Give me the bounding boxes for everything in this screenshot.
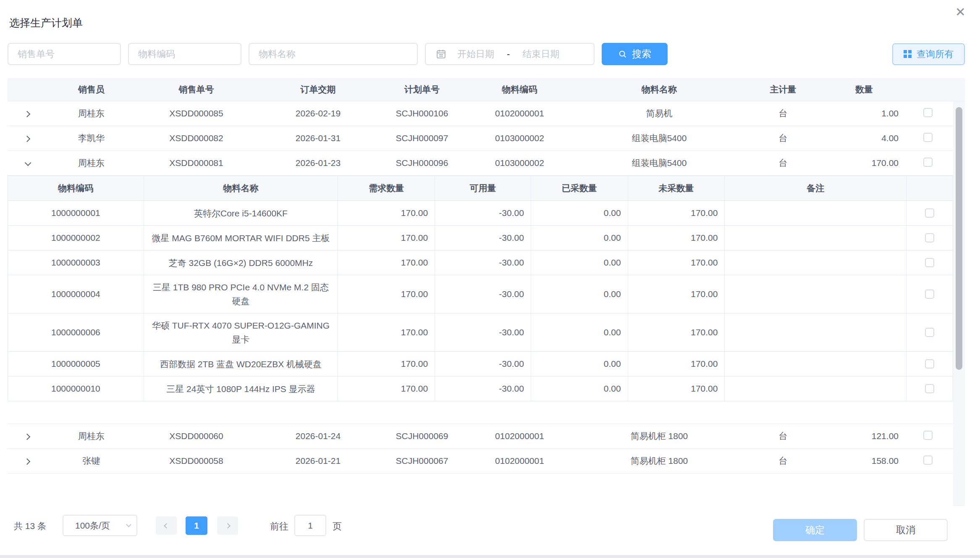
cell-material-name: 简易机 [575, 108, 743, 119]
sales-order-input[interactable] [8, 43, 121, 65]
cell-checkbox [903, 133, 953, 144]
column-header-qty: 数量 [823, 84, 903, 95]
sub-cell-available-qty: -30.00 [435, 201, 531, 225]
row-checkbox[interactable] [923, 455, 933, 465]
sub-cell-purchased-qty: 0.00 [531, 250, 628, 275]
horizontal-scrollbar-track[interactable] [0, 555, 980, 558]
cell-unit: 台 [743, 108, 823, 119]
sub-cell-checkbox [907, 201, 953, 225]
prev-page-button[interactable] [156, 516, 177, 535]
sub-row-checkbox[interactable] [925, 328, 934, 337]
expand-icon[interactable] [24, 458, 30, 465]
material-name-input[interactable] [249, 43, 418, 65]
vertical-scrollbar-track[interactable] [953, 101, 965, 506]
sub-cell-material-name: 三星 1TB 980 PRO PCIe 4.0 NVMe M.2 固态硬盘 [144, 275, 338, 313]
cell-material-code: 0102000001 [464, 108, 575, 118]
cell-unit: 台 [743, 430, 823, 442]
sub-row-checkbox[interactable] [925, 258, 934, 267]
cell-plan-no: SCJH000106 [380, 108, 464, 118]
sub-row-checkbox[interactable] [925, 290, 934, 299]
table-row[interactable]: 周桂东XSDD0000602026-01-24SCJH0000690102000… [8, 424, 953, 449]
page-number-button[interactable]: 1 [186, 516, 207, 535]
sub-cell-unpurchased-qty: 170.00 [628, 275, 725, 313]
sub-row-checkbox[interactable] [925, 359, 934, 368]
expand-icon[interactable] [24, 111, 30, 118]
chevron-right-icon [225, 523, 231, 529]
sub-cell-remark [725, 352, 907, 376]
row-checkbox[interactable] [923, 133, 933, 142]
cell-unit: 台 [743, 157, 823, 169]
sub-row-checkbox[interactable] [925, 384, 934, 393]
cell-salesperson: 周桂东 [46, 157, 136, 169]
cell-material-name: 组装电脑5400 [575, 157, 743, 169]
chevron-down-icon [126, 522, 131, 527]
sub-cell-checkbox [907, 275, 953, 313]
vertical-scrollbar-thumb[interactable] [956, 107, 962, 370]
sub-table-row[interactable]: 1000000006华硕 TUF-RTX 4070 SUPER-O12G-GAM… [8, 313, 953, 352]
table-row[interactable]: 张键XSDD0000582026-01-21SCJH00006701020000… [8, 449, 953, 474]
column-header-delivery-date: 订单交期 [256, 84, 380, 95]
cell-material-name: 简易机柜 1800 [575, 455, 743, 467]
expand-icon[interactable] [24, 136, 30, 142]
sub-cell-required-qty: 170.00 [338, 250, 435, 275]
cell-unit: 台 [743, 132, 823, 144]
cell-sales-order: XSDD000060 [136, 431, 256, 441]
table-row[interactable]: 周桂东XSDD0000852026-02-19SCJH0001060102000… [8, 101, 953, 126]
cell-sales-order: XSDD000081 [136, 158, 256, 168]
search-icon [618, 50, 627, 59]
row-checkbox[interactable] [923, 158, 933, 167]
sub-table-row[interactable]: 1000000010三星 24英寸 1080P 144Hz IPS 显示器170… [8, 376, 953, 401]
cell-delivery-date: 2026-02-19 [256, 108, 380, 118]
row-checkbox[interactable] [923, 431, 933, 440]
goto-suffix: 页 [333, 520, 342, 533]
sub-cell-material-name: 西部数据 2TB 蓝盘 WD20EZBX 机械硬盘 [144, 352, 338, 376]
query-all-button[interactable]: 查询所有 [892, 43, 965, 65]
expand-cell [8, 108, 46, 118]
sub-row-checkbox[interactable] [925, 208, 934, 218]
sub-row-checkbox[interactable] [925, 233, 934, 242]
sub-cell-material-code: 1000000002 [8, 226, 144, 250]
sub-column-header-remark: 备注 [725, 176, 907, 200]
confirm-button[interactable]: 确定 [773, 519, 857, 541]
sub-table-row[interactable]: 1000000001英特尔Core i5-14600KF170.00-30.00… [8, 201, 953, 226]
expanded-materials-table: 物料编码物料名称需求数量可用量已采数量未采数量备注1000000001英特尔Co… [8, 176, 953, 401]
sub-cell-purchased-qty: 0.00 [531, 226, 628, 250]
sub-cell-purchased-qty: 0.00 [531, 275, 628, 313]
sub-table-row[interactable]: 1000000005西部数据 2TB 蓝盘 WD20EZBX 机械硬盘170.0… [8, 352, 953, 376]
sub-cell-purchased-qty: 0.00 [531, 313, 628, 351]
row-checkbox[interactable] [923, 108, 933, 117]
date-separator: - [507, 49, 510, 60]
next-page-button[interactable] [217, 516, 238, 535]
sub-cell-purchased-qty: 0.00 [531, 376, 628, 401]
collapse-icon[interactable] [24, 160, 31, 166]
column-header-material-code: 物料编码 [464, 84, 575, 95]
cell-plan-no: SCJH000067 [380, 456, 464, 466]
table-row[interactable]: 李凯华XSDD0000822026-01-31SCJH0000970103000… [8, 126, 953, 151]
close-icon[interactable]: ✕ [955, 6, 966, 18]
expand-icon[interactable] [24, 434, 30, 440]
sub-table-row[interactable]: 1000000003芝奇 32GB (16G×2) DDR5 6000MHz17… [8, 250, 953, 275]
search-button[interactable]: 搜索 [602, 43, 668, 65]
expand-cell [8, 133, 46, 143]
goto-page-input[interactable] [294, 515, 326, 536]
sub-cell-required-qty: 170.00 [338, 313, 435, 351]
cell-salesperson: 周桂东 [46, 108, 136, 119]
sub-cell-available-qty: -30.00 [435, 313, 531, 351]
cancel-button[interactable]: 取消 [864, 519, 948, 541]
sub-cell-checkbox [907, 226, 953, 250]
sub-column-header-purchased-qty: 已采数量 [531, 176, 628, 200]
cell-checkbox [903, 108, 953, 119]
table-row[interactable]: 周桂东XSDD0000812026-01-23SCJH0000960103000… [8, 151, 953, 176]
sub-cell-material-name: 华硕 TUF-RTX 4070 SUPER-O12G-GAMING 显卡 [144, 313, 338, 351]
cell-unit: 台 [743, 455, 823, 467]
sub-cell-required-qty: 170.00 [338, 226, 435, 250]
sub-table-row[interactable]: 1000000004三星 1TB 980 PRO PCIe 4.0 NVMe M… [8, 275, 953, 313]
material-code-input[interactable] [128, 43, 241, 65]
sub-cell-remark [725, 250, 907, 275]
page-size-select[interactable]: 100条/页 [63, 515, 137, 536]
sub-cell-available-qty: -30.00 [435, 226, 531, 250]
date-range-picker[interactable]: 开始日期 - 结束日期 [425, 43, 595, 65]
sub-cell-remark [725, 226, 907, 250]
sub-table-row[interactable]: 1000000002微星 MAG B760M MORTAR WIFI DDR5 … [8, 226, 953, 250]
column-header-plan-no: 计划单号 [380, 84, 464, 95]
